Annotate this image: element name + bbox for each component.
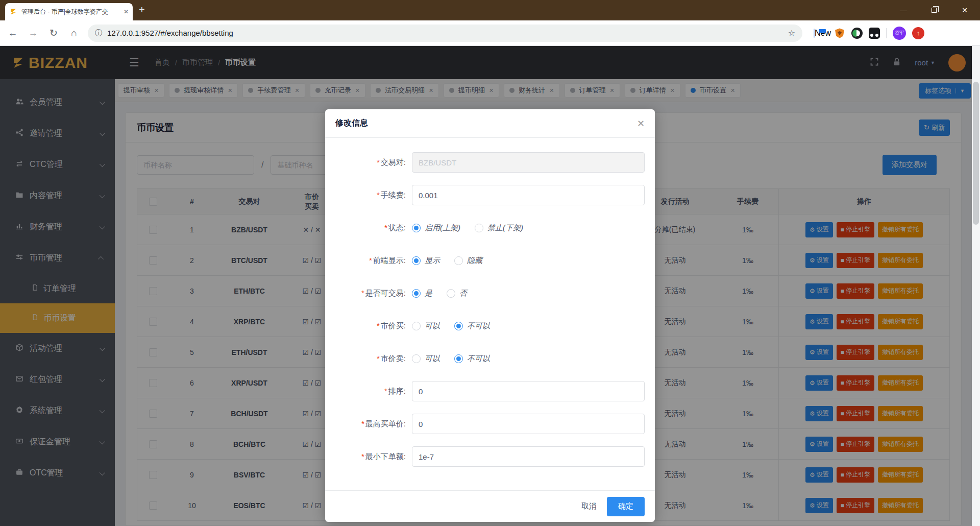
form-row-最高买单价: *最高买单价: <box>335 414 645 434</box>
address-bar[interactable]: ⓘ 127.0.0.1:9527/#/exchange/bbsetting ☆ <box>88 25 802 42</box>
form-row-是否可交易: *是否可交易:是否 <box>335 283 645 303</box>
radio-circle-icon <box>412 256 421 265</box>
forward-icon[interactable]: → <box>27 28 40 39</box>
field-input-最高买单价[interactable] <box>412 414 645 434</box>
field-label: *最小下单额: <box>335 452 412 462</box>
radio-label: 可以 <box>425 321 440 331</box>
modal-title: 修改信息 <box>335 118 368 129</box>
field-label: *市价买: <box>335 321 412 331</box>
radio-option-禁止(下架)[interactable]: 禁止(下架) <box>475 223 523 233</box>
extension-new-icon[interactable]: New <box>817 28 828 39</box>
restore-icon <box>932 8 937 13</box>
radio-circle-icon <box>475 224 483 232</box>
form-row-状态: *状态:启用(上架)禁止(下架) <box>335 218 645 238</box>
browser-update-icon[interactable]: ↑ <box>912 27 924 39</box>
form-row-交易对: *交易对: <box>335 152 645 173</box>
radio-option-可以[interactable]: 可以 <box>412 354 440 364</box>
field-label: *状态: <box>335 223 412 233</box>
required-asterisk: * <box>384 387 387 395</box>
radio-circle-icon <box>412 322 421 330</box>
radio-label: 禁止(下架) <box>487 223 523 233</box>
radio-circle-icon <box>454 256 463 265</box>
radio-label: 可以 <box>425 354 440 364</box>
required-asterisk: * <box>369 256 372 265</box>
radio-label: 启用(上架) <box>425 223 460 233</box>
home-icon[interactable]: ⌂ <box>67 28 81 39</box>
radio-group-前端显示: 显示隐藏 <box>412 256 482 266</box>
required-asterisk: * <box>377 354 380 363</box>
reload-icon[interactable]: ↻ <box>47 27 60 39</box>
extension-circle-icon[interactable] <box>851 28 863 39</box>
extension-dots-icon[interactable] <box>869 28 880 39</box>
browser-tab[interactable]: 管理后台 - 币严|全球数字资产交 ✕ <box>5 3 133 20</box>
field-input-排序[interactable] <box>412 381 645 401</box>
new-tab-button[interactable]: + <box>139 4 145 16</box>
scrollbar[interactable] <box>972 46 980 526</box>
radio-circle-icon <box>412 289 421 298</box>
radio-circle-icon <box>447 289 455 298</box>
field-label: *是否可交易: <box>335 289 412 298</box>
bookmark-star-icon[interactable]: ☆ <box>788 28 795 38</box>
browser-toolbar: ← → ↻ ⌂ ⓘ 127.0.0.1:9527/#/exchange/bbse… <box>0 20 980 46</box>
required-asterisk: * <box>361 289 364 297</box>
radio-label: 否 <box>459 289 467 298</box>
radio-label: 不可以 <box>467 321 490 331</box>
form-row-手续费: *手续费: <box>335 185 645 205</box>
field-input-交易对[interactable] <box>412 152 645 173</box>
browser-titlebar: 管理后台 - 币严|全球数字资产交 ✕ + — ✕ <box>0 0 980 20</box>
tab-close-icon[interactable]: ✕ <box>124 8 129 15</box>
required-asterisk: * <box>377 190 380 199</box>
back-icon[interactable]: ← <box>6 28 19 39</box>
radio-label: 是 <box>425 289 432 298</box>
form-row-前端显示: *前端显示:显示隐藏 <box>335 250 645 271</box>
field-input-手续费[interactable] <box>412 185 645 205</box>
toolbar-divider <box>886 28 887 38</box>
url-text[interactable]: 127.0.0.1:9527/#/exchange/bbsetting <box>107 29 783 37</box>
field-label: *手续费: <box>335 190 412 200</box>
field-label: *交易对: <box>335 158 412 168</box>
cancel-button[interactable]: 取消 <box>581 501 597 511</box>
required-asterisk: * <box>361 419 364 428</box>
radio-circle-icon <box>454 354 463 363</box>
browser-tab-title: 管理后台 - 币严|全球数字资产交 <box>21 8 119 16</box>
form-row-市价买: *市价买:可以不可以 <box>335 316 645 336</box>
site-info-icon[interactable]: ⓘ <box>95 29 102 38</box>
form-row-排序: *排序: <box>335 381 645 401</box>
radio-option-否[interactable]: 否 <box>447 289 467 298</box>
form-row-最小下单额: *最小下单额: <box>335 446 645 467</box>
field-label: *排序: <box>335 387 412 396</box>
window-restore-button[interactable] <box>919 0 949 20</box>
radio-label: 隐藏 <box>467 256 482 266</box>
radio-option-不可以[interactable]: 不可以 <box>454 321 490 331</box>
radio-option-显示[interactable]: 显示 <box>412 256 440 266</box>
required-asterisk: * <box>377 158 380 166</box>
modal-form: *交易对:*手续费:*状态:启用(上架)禁止(下架)*前端显示:显示隐藏*是否可… <box>325 138 655 490</box>
radio-circle-icon <box>412 224 421 232</box>
radio-option-隐藏[interactable]: 隐藏 <box>454 256 482 266</box>
radio-group-状态: 启用(上架)禁止(下架) <box>412 223 523 233</box>
metamask-icon[interactable] <box>834 28 845 39</box>
radio-option-可以[interactable]: 可以 <box>412 321 440 331</box>
required-asterisk: * <box>377 321 380 330</box>
radio-label: 显示 <box>425 256 440 266</box>
radio-circle-icon <box>454 322 463 330</box>
form-row-市价卖: *市价卖:可以不可以 <box>335 348 645 369</box>
radio-label: 不可以 <box>467 354 490 364</box>
window-minimize-button[interactable]: — <box>888 0 919 20</box>
field-label: *市价卖: <box>335 354 412 364</box>
ok-button[interactable]: 确定 <box>607 497 645 516</box>
radio-option-启用(上架)[interactable]: 启用(上架) <box>412 223 460 233</box>
field-label: *最高买单价: <box>335 419 412 429</box>
browser-profile-avatar[interactable]: 贤军 <box>893 27 906 40</box>
radio-group-市价卖: 可以不可以 <box>412 354 490 364</box>
scrollbar-thumb[interactable] <box>973 82 979 225</box>
radio-option-不可以[interactable]: 不可以 <box>454 354 490 364</box>
radio-group-市价买: 可以不可以 <box>412 321 490 331</box>
modal-close-icon[interactable]: ✕ <box>637 118 645 129</box>
field-input-最小下单额[interactable] <box>412 446 645 467</box>
radio-option-是[interactable]: 是 <box>412 289 432 298</box>
favicon-bizzan <box>9 8 17 16</box>
window-close-button[interactable]: ✕ <box>949 0 980 20</box>
required-asterisk: * <box>384 223 387 232</box>
edit-modal: 修改信息 ✕ *交易对:*手续费:*状态:启用(上架)禁止(下架)*前端显示:显… <box>325 109 655 522</box>
